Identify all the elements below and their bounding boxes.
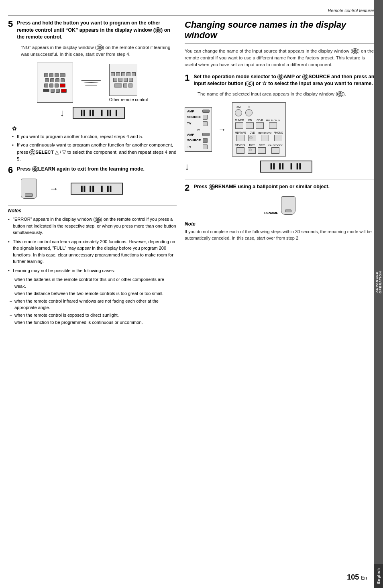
tip-item-1: If you want to program another function,… bbox=[12, 133, 177, 140]
step5-number: 5 bbox=[8, 20, 13, 28]
remote-stylized bbox=[21, 179, 37, 199]
rename-remote-img: RENAME bbox=[264, 196, 295, 215]
arrow-input: → bbox=[218, 125, 226, 134]
section-intro: You can change the name of the input sou… bbox=[185, 48, 375, 69]
step1-block: 1 Set the operation mode selector to ⑬AM… bbox=[185, 73, 375, 173]
step6-number: 6 bbox=[8, 166, 13, 175]
step6-block: 6 Press ⑫LEARN again to exit from the le… bbox=[8, 166, 177, 199]
pioneer-remote-diagram: Other remote control bbox=[109, 64, 148, 102]
separator bbox=[185, 179, 375, 179]
note-sub-3: when the remote control infrared windows… bbox=[8, 298, 177, 311]
arrow-right-icon: → bbox=[49, 183, 59, 194]
remote-left-box bbox=[37, 63, 73, 103]
icon-disp-11: ⑪ bbox=[97, 45, 103, 51]
icon-circle-11: ⑪ bbox=[155, 27, 161, 33]
step2-header: 2 Press ⑫RENAME using a ballpoint pen or… bbox=[185, 183, 375, 192]
step2-heading: Press ⑫RENAME using a ballpoint pen or s… bbox=[194, 183, 330, 191]
step5-heading: Press and hold the button you want to pr… bbox=[17, 20, 177, 41]
step1-number: 1 bbox=[185, 73, 189, 82]
step6-heading: Press ⑫LEARN again to exit from the lear… bbox=[17, 166, 145, 173]
page: Remote control features 5 Press and hold… bbox=[0, 0, 383, 588]
amp-source-panel: AMP SOURCE TV or bbox=[185, 107, 212, 152]
page-num-value: 105 bbox=[347, 573, 359, 581]
notes-title: Notes bbox=[8, 208, 177, 214]
input-selector-diagram: AMP SOURCE TV or bbox=[185, 102, 375, 157]
sidebar-english-label: English bbox=[377, 568, 381, 584]
notes-section: Notes "ERROR" appears in the display win… bbox=[8, 205, 177, 326]
right-sidebar: ADVANCEDOPERATION English bbox=[374, 0, 383, 588]
step6-diagram: LEARN → ▐▌▐▌ ▌▐▌ bbox=[21, 179, 177, 199]
note-block: Note If you do not complete each of the … bbox=[185, 221, 375, 242]
display-seg: ▐▌▐▌ ▌▐▌▐ bbox=[73, 107, 125, 119]
step2-number: 2 bbox=[185, 183, 189, 192]
arrow-down-step1: ↓ bbox=[185, 161, 189, 172]
learn-keyword: LEARN bbox=[38, 166, 55, 172]
note-item-2: This remote control can learn approximat… bbox=[8, 238, 177, 265]
sidebar-tab-english: English bbox=[374, 564, 383, 588]
remote-bottom-btn bbox=[25, 193, 33, 197]
remote-diagram-left bbox=[37, 63, 73, 103]
step1-header: 1 Set the operation mode selector to ⑬AM… bbox=[185, 73, 375, 87]
rename-label: RENAME bbox=[264, 211, 278, 215]
section-title: Changing source names in the display win… bbox=[185, 20, 375, 44]
step1-body: The name of the selected input area appe… bbox=[198, 91, 375, 98]
step2-block: 2 Press ⑫RENAME using a ballpoint pen or… bbox=[185, 183, 375, 215]
right-column: Changing source names in the display win… bbox=[185, 20, 375, 327]
note-body: If you do not complete each of the follo… bbox=[185, 228, 375, 242]
left-column: 5 Press and hold the button you want to … bbox=[8, 20, 177, 327]
rename-button bbox=[285, 210, 291, 212]
display-screen-step5: ▐▌▐▌ ▌▐▌▐ bbox=[73, 107, 125, 119]
top-label: Remote control features bbox=[8, 8, 375, 16]
tips-section: ✿ If you want to program another functio… bbox=[12, 125, 177, 163]
note-label: Note bbox=[185, 221, 375, 227]
sidebar-advanced-label: ADVANCEDOPERATION bbox=[375, 271, 382, 293]
sidebar-tab-advanced: ADVANCEDOPERATION bbox=[374, 0, 383, 564]
note-sub-1: when the batteries in the remote control… bbox=[8, 276, 177, 289]
remote-caption: Other remote control bbox=[109, 97, 148, 102]
display-seg-step6: ▐▌▐▌ ▌▐▌ bbox=[71, 183, 123, 195]
step5-display-diagram: ↓ ▐▌▐▌ ▌▐▌▐ bbox=[8, 107, 177, 119]
input-buttons-grid: XM ☆ TUNER bbox=[232, 102, 286, 157]
step1-heading: Set the operation mode selector to ⑬AMP … bbox=[194, 73, 375, 87]
step5-diagram: Other remote control bbox=[8, 63, 177, 103]
rename-remote-body bbox=[281, 196, 295, 215]
tip-item-2: If you continuously want to program anot… bbox=[12, 142, 177, 163]
step5-header: 5 Press and hold the button you want to … bbox=[8, 20, 177, 41]
note-sub-5: when the function to be programmed is co… bbox=[8, 319, 177, 326]
step5-block: 5 Press and hold the button you want to … bbox=[8, 20, 177, 119]
icon-circle-22: ⑫ bbox=[32, 166, 38, 172]
learn-button-img: LEARN bbox=[21, 179, 37, 199]
note-item-1: "ERROR" appears in the display window (⑪… bbox=[8, 216, 177, 236]
rename-remote-diagram: RENAME bbox=[185, 196, 375, 215]
display-step6: ▐▌▐▌ ▌▐▌ bbox=[71, 183, 123, 195]
main-content: 5 Press and hold the button you want to … bbox=[8, 20, 375, 327]
arrow-down-icon: ↓ bbox=[60, 107, 65, 118]
page-section-label: Remote control features bbox=[328, 8, 375, 13]
note-sub-4: when the remote control is exposed to di… bbox=[8, 312, 177, 319]
display-seg-step1: ▐▌▐▌ ▌▐▌ bbox=[260, 161, 312, 173]
step1-display-diagram: ↓ ▐▌▐▌ ▌▐▌ bbox=[185, 161, 375, 173]
tips-icon: ✿ bbox=[12, 125, 177, 132]
ir-signal bbox=[81, 80, 101, 86]
note-item-3: Learning may not be possible in the foll… bbox=[8, 267, 177, 274]
step5-body: “NG” appears in the display window (⑪) o… bbox=[21, 44, 177, 58]
note-sub-2: when the distance between the two remote… bbox=[8, 290, 177, 297]
step6-header: 6 Press ⑫LEARN again to exit from the le… bbox=[8, 166, 177, 175]
page-num-suffix: En bbox=[361, 575, 367, 581]
page-number: 105 En bbox=[347, 573, 367, 582]
